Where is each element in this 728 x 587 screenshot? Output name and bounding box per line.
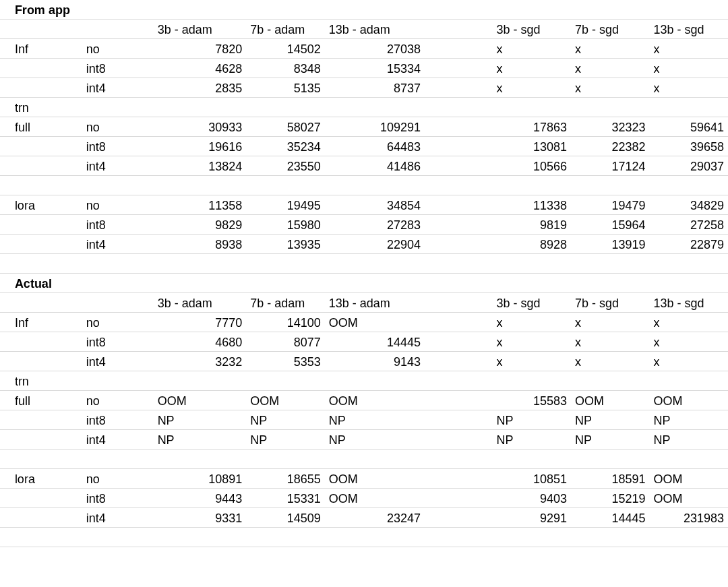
table-row: int8NPNPNPNPNPNP — [0, 410, 728, 430]
table-row: int8944315331OOM940315219OOM — [0, 489, 728, 508]
value-cell: 19479 — [571, 195, 649, 215]
row-label: lora — [11, 195, 82, 215]
row-label — [11, 332, 82, 352]
value-cell: 15964 — [571, 215, 649, 235]
row-label — [11, 410, 82, 430]
value-cell: NP — [246, 430, 324, 450]
value-cell: 15219 — [571, 489, 649, 508]
value-cell: x — [649, 39, 728, 59]
col-header: 13b - sgd — [649, 293, 728, 313]
value-cell: 8348 — [246, 59, 324, 78]
table-row: int4138242355041486105661712429037 — [0, 156, 728, 176]
value-cell: 13081 — [493, 137, 571, 156]
col-header: 3b - sgd — [493, 293, 571, 313]
value-cell: 5135 — [246, 78, 324, 98]
row-sublabel: int4 — [82, 156, 154, 176]
value-cell: OOM — [649, 469, 728, 489]
value-cell: 58027 — [246, 117, 324, 137]
row-label — [11, 137, 82, 156]
value-cell: NP — [571, 430, 649, 450]
value-cell: 9819 — [493, 215, 571, 235]
value-cell: 19495 — [246, 195, 324, 215]
value-cell: OOM — [246, 391, 324, 410]
value-cell: 13919 — [571, 235, 649, 254]
value-cell: 13824 — [154, 156, 247, 176]
value-cell: x — [571, 39, 649, 59]
col-header: 7b - sgd — [571, 293, 649, 313]
col-header: 13b - adam — [325, 293, 425, 313]
value-cell: 7770 — [154, 313, 247, 332]
table-row: int4283551358737xxx — [0, 78, 728, 98]
table-row: int84680807714445xxx — [0, 332, 728, 352]
value-cell: 9443 — [154, 489, 247, 508]
row-sublabel: no — [82, 313, 154, 332]
table-row: fullno3093358027109291178633232359641 — [0, 117, 728, 137]
row-label: trn — [11, 98, 82, 117]
row-sublabel: no — [82, 469, 154, 489]
table-row: trn — [0, 371, 728, 391]
col-header: 3b - adam — [154, 293, 247, 313]
value-cell: x — [571, 352, 649, 371]
row-sublabel: no — [82, 39, 154, 59]
value-cell: x — [649, 313, 728, 332]
row-sublabel: int4 — [82, 235, 154, 254]
row-sublabel: int4 — [82, 78, 154, 98]
value-cell: x — [571, 78, 649, 98]
value-cell: OOM — [325, 489, 425, 508]
table-row — [0, 254, 728, 274]
row-sublabel: no — [82, 391, 154, 410]
value-cell: OOM — [325, 313, 425, 332]
value-cell: OOM — [649, 489, 728, 508]
value-cell: x — [649, 78, 728, 98]
value-cell: 22904 — [325, 235, 425, 254]
value-cell: 30933 — [154, 117, 247, 137]
value-cell: x — [649, 59, 728, 78]
value-cell: 8928 — [493, 235, 571, 254]
value-cell: 23247 — [325, 508, 425, 528]
value-cell: NP — [649, 430, 728, 450]
value-cell: 11338 — [493, 195, 571, 215]
value-cell: 231983 — [649, 508, 728, 528]
row-label — [11, 156, 82, 176]
row-sublabel: int8 — [82, 489, 154, 508]
row-sublabel: int4 — [82, 430, 154, 450]
value-cell: 59641 — [649, 117, 728, 137]
value-cell: 18655 — [246, 469, 324, 489]
col-header: 7b - adam — [246, 20, 324, 39]
value-cell: OOM — [325, 391, 425, 410]
col-header: 7b - adam — [246, 293, 324, 313]
value-cell: NP — [649, 410, 728, 430]
value-cell: 32323 — [571, 117, 649, 137]
table-row: Infno777014100OOMxxx — [0, 313, 728, 332]
value-cell: OOM — [571, 391, 649, 410]
row-label: Inf — [11, 313, 82, 332]
table-row: int4NPNPNPNPNPNP — [0, 430, 728, 450]
value-cell: 23550 — [246, 156, 324, 176]
value-cell: 29037 — [649, 156, 728, 176]
value-cell: x — [649, 332, 728, 352]
value-cell: 35234 — [246, 137, 324, 156]
value-cell: 109291 — [325, 117, 425, 137]
value-cell: 2835 — [154, 78, 247, 98]
row-label: trn — [11, 371, 82, 391]
row-sublabel: int8 — [82, 332, 154, 352]
spreadsheet-table: From app3b - adam7b - adam13b - adam3b -… — [0, 0, 728, 547]
value-cell: x — [493, 39, 571, 59]
row-sublabel: int4 — [82, 352, 154, 371]
row-sublabel: int8 — [82, 410, 154, 430]
value-cell: NP — [493, 410, 571, 430]
value-cell: 17863 — [493, 117, 571, 137]
value-cell: 7820 — [154, 39, 247, 59]
col-header: 3b - adam — [154, 20, 247, 39]
value-cell: 15331 — [246, 489, 324, 508]
value-cell: 8737 — [325, 78, 425, 98]
section-title: From app — [11, 0, 82, 20]
value-cell: 10566 — [493, 156, 571, 176]
value-cell: 15583 — [493, 391, 571, 410]
value-cell: 27038 — [325, 39, 425, 59]
value-cell: 13935 — [246, 235, 324, 254]
table-row: int493311450923247929114445231983 — [0, 508, 728, 528]
row-label — [11, 78, 82, 98]
table-row: 3b - adam7b - adam13b - adam3b - sgd7b -… — [0, 293, 728, 313]
value-cell: x — [571, 59, 649, 78]
